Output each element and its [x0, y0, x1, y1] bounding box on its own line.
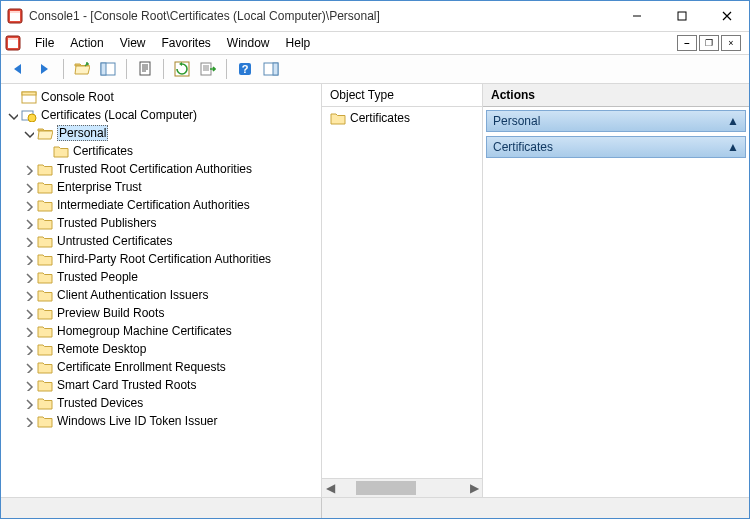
tree-folder-13[interactable]: Trusted Devices [3, 394, 319, 412]
maximize-button[interactable] [659, 1, 704, 31]
chevron-right-icon[interactable] [21, 414, 35, 428]
menu-favorites[interactable]: Favorites [154, 34, 219, 52]
menu-help[interactable]: Help [278, 34, 319, 52]
folder-icon [37, 288, 53, 302]
chevron-up-icon: ▲ [727, 114, 739, 128]
chevron-right-icon[interactable] [21, 324, 35, 338]
tree-folder-4[interactable]: Untrusted Certificates [3, 232, 319, 250]
tree-folder-12[interactable]: Smart Card Trusted Roots [3, 376, 319, 394]
scroll-thumb[interactable] [356, 481, 416, 495]
tree-folder-10[interactable]: Remote Desktop [3, 340, 319, 358]
show-hide-tree-button[interactable] [96, 57, 120, 81]
certificates-snapin-icon [21, 108, 37, 122]
tree-folder-11[interactable]: Certificate Enrollment Requests [3, 358, 319, 376]
mmc-doc-icon [5, 35, 21, 51]
show-hide-action-pane-button[interactable] [259, 57, 283, 81]
chevron-right-icon[interactable] [21, 342, 35, 356]
menu-view[interactable]: View [112, 34, 154, 52]
menu-action[interactable]: Action [62, 34, 111, 52]
tree-personal-certificates[interactable]: Certificates [3, 142, 319, 160]
tree-item-label: Trusted Root Certification Authorities [57, 162, 252, 176]
menu-file[interactable]: File [27, 34, 62, 52]
tree-item-label: Personal [57, 125, 108, 141]
chevron-down-icon[interactable] [21, 126, 35, 140]
tree-cert-snapin[interactable]: Certificates (Local Computer) [3, 106, 319, 124]
mdi-close-button[interactable]: × [721, 35, 741, 51]
mdi-restore-button[interactable]: ❐ [699, 35, 719, 51]
list-item[interactable]: Certificates [326, 109, 478, 127]
svg-rect-7 [678, 12, 686, 20]
chevron-right-icon[interactable] [21, 270, 35, 284]
tree-item-label: Third-Party Root Certification Authoriti… [57, 252, 271, 266]
action-group-header[interactable]: Personal▲ [486, 110, 746, 132]
tree-folder-1[interactable]: Enterprise Trust [3, 178, 319, 196]
svg-text:?: ? [242, 63, 249, 75]
folder-icon [37, 162, 53, 176]
tree-console-root[interactable]: Console Root [3, 88, 319, 106]
tree-folder-0[interactable]: Trusted Root Certification Authorities [3, 160, 319, 178]
folder-icon [37, 324, 53, 338]
chevron-right-icon[interactable] [21, 198, 35, 212]
folder-icon [37, 252, 53, 266]
tree-folder-5[interactable]: Third-Party Root Certification Authoriti… [3, 250, 319, 268]
folder-icon [37, 234, 53, 248]
statusbar [1, 497, 749, 518]
tree-folder-14[interactable]: Windows Live ID Token Issuer [3, 412, 319, 430]
tree-item-label: Remote Desktop [57, 342, 146, 356]
twisty-none [37, 144, 51, 158]
svg-rect-12 [201, 63, 211, 75]
refresh-button[interactable] [170, 57, 194, 81]
tree-item-label: Certificates (Local Computer) [41, 108, 197, 122]
export-list-button[interactable] [196, 57, 220, 81]
action-group-header[interactable]: Certificates▲ [486, 136, 746, 158]
folder-icon [37, 378, 53, 392]
tree-item-label: Untrusted Certificates [57, 234, 172, 248]
tree-item-label: Certificates [73, 144, 133, 158]
chevron-right-icon[interactable] [21, 180, 35, 194]
horizontal-scrollbar[interactable]: ◀ ▶ [322, 478, 482, 497]
tree-pane: Console RootCertificates (Local Computer… [1, 84, 322, 497]
chevron-down-icon[interactable] [5, 108, 19, 122]
tree-item-label: Smart Card Trusted Roots [57, 378, 196, 392]
minimize-button[interactable] [614, 1, 659, 31]
chevron-right-icon[interactable] [21, 288, 35, 302]
properties-button[interactable] [133, 57, 157, 81]
twisty-none [5, 90, 19, 104]
close-button[interactable] [704, 1, 749, 31]
chevron-right-icon[interactable] [21, 360, 35, 374]
tree-item-label: Windows Live ID Token Issuer [57, 414, 218, 428]
titlebar: Console1 - [Console Root\Certificates (L… [1, 1, 749, 32]
chevron-right-icon[interactable] [21, 378, 35, 392]
folder-icon [37, 306, 53, 320]
folder-open-icon [37, 126, 53, 140]
list-column-header[interactable]: Object Type [322, 84, 482, 107]
scroll-right-icon[interactable]: ▶ [466, 481, 482, 495]
folder-icon [37, 342, 53, 356]
chevron-right-icon[interactable] [21, 396, 35, 410]
action-group-label: Certificates [493, 140, 553, 154]
chevron-right-icon[interactable] [21, 306, 35, 320]
folder-icon [37, 180, 53, 194]
tree-folder-3[interactable]: Trusted Publishers [3, 214, 319, 232]
tree-folder-2[interactable]: Intermediate Certification Authorities [3, 196, 319, 214]
back-button[interactable] [7, 57, 31, 81]
chevron-right-icon[interactable] [21, 162, 35, 176]
chevron-right-icon[interactable] [21, 252, 35, 266]
tree-personal[interactable]: Personal [3, 124, 319, 142]
help-button[interactable]: ? [233, 57, 257, 81]
forward-button[interactable] [33, 57, 57, 81]
chevron-right-icon[interactable] [21, 216, 35, 230]
chevron-right-icon[interactable] [21, 234, 35, 248]
tree-item-label: Certificate Enrollment Requests [57, 360, 226, 374]
actions-pane: Actions Personal▲Certificates▲ [483, 84, 749, 497]
tree-folder-8[interactable]: Preview Build Roots [3, 304, 319, 322]
mdi-minimize-button[interactable]: ‒ [677, 35, 697, 51]
menu-window[interactable]: Window [219, 34, 278, 52]
up-button[interactable] [70, 57, 94, 81]
scroll-left-icon[interactable]: ◀ [322, 481, 338, 495]
tree-item-label: Homegroup Machine Certificates [57, 324, 232, 338]
tree-folder-7[interactable]: Client Authentication Issuers [3, 286, 319, 304]
tree-folder-9[interactable]: Homegroup Machine Certificates [3, 322, 319, 340]
folder-icon [53, 144, 69, 158]
tree-folder-6[interactable]: Trusted People [3, 268, 319, 286]
